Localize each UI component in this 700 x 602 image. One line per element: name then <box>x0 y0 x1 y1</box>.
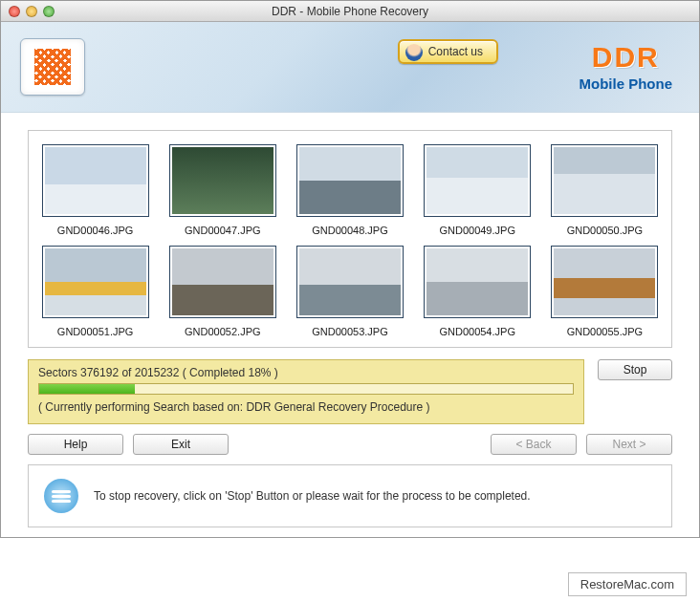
list-item[interactable]: GND00053.JPG <box>293 246 406 337</box>
app-logo <box>20 38 85 96</box>
contact-us-button[interactable]: Contact us <box>398 39 498 64</box>
thumbnail <box>296 246 404 318</box>
hint-text: To stop recovery, click on 'Stop' Button… <box>94 489 531 503</box>
filename-label: GND00055.JPG <box>567 326 643 337</box>
content-area: GND00046.JPG GND00047.JPG GND00048.JPG G… <box>1 113 699 537</box>
progress-status-label: ( Currently performing Search based on: … <box>38 400 574 414</box>
banner: Contact us DDR Mobile Phone <box>1 22 699 113</box>
window-title: DDR - Mobile Phone Recovery <box>1 5 699 18</box>
help-button[interactable]: Help <box>28 434 123 455</box>
list-item[interactable]: GND00052.JPG <box>165 246 279 337</box>
thumbnail-gallery: GND00046.JPG GND00047.JPG GND00048.JPG G… <box>28 130 672 348</box>
image-icon <box>554 147 655 214</box>
thumbnail <box>296 144 404 217</box>
person-icon <box>405 44 423 61</box>
contact-us-label: Contact us <box>428 45 483 58</box>
list-item[interactable]: GND00055.JPG <box>548 246 662 337</box>
back-button[interactable]: < Back <box>491 434 577 455</box>
thumbnail <box>42 246 149 318</box>
list-item[interactable]: GND00047.JPG <box>165 144 279 236</box>
thumbnail <box>424 246 531 318</box>
filename-label: GND00048.JPG <box>312 225 387 236</box>
filename-label: GND00049.JPG <box>439 225 514 236</box>
filename-label: GND00050.JPG <box>567 225 643 236</box>
progress-area: Sectors 376192 of 2015232 ( Completed 18… <box>28 359 672 424</box>
progress-panel: Sectors 376192 of 2015232 ( Completed 18… <box>28 359 584 424</box>
thumbnail <box>42 144 149 217</box>
exit-button[interactable]: Exit <box>133 434 229 455</box>
titlebar: DDR - Mobile Phone Recovery <box>1 1 699 22</box>
watermark-label: RestoreMac.com <box>568 572 687 596</box>
filename-label: GND00046.JPG <box>57 225 133 236</box>
brand: DDR Mobile Phone <box>580 41 673 92</box>
progress-bar <box>38 383 574 395</box>
sector-count-label: Sectors 376192 of 2015232 ( Completed 18… <box>38 366 574 379</box>
app-window: DDR - Mobile Phone Recovery Contact us D… <box>0 0 700 538</box>
thumbnail-grid: GND00046.JPG GND00047.JPG GND00048.JPG G… <box>38 144 662 337</box>
filename-label: GND00051.JPG <box>57 326 133 337</box>
thumbnail <box>169 144 276 217</box>
spacer <box>238 434 481 455</box>
brand-subtitle: Mobile Phone <box>580 75 673 92</box>
image-icon <box>45 248 146 315</box>
thumbnail <box>551 144 658 217</box>
list-item[interactable]: GND00046.JPG <box>38 144 152 236</box>
logo-icon <box>34 49 71 85</box>
thumbnail <box>169 246 276 318</box>
list-item[interactable]: GND00048.JPG <box>293 144 406 236</box>
image-icon <box>427 147 528 214</box>
info-icon <box>44 479 78 513</box>
list-item[interactable]: GND00050.JPG <box>548 144 662 236</box>
filename-label: GND00047.JPG <box>185 225 260 236</box>
image-icon <box>554 248 655 315</box>
next-button[interactable]: Next > <box>586 434 672 455</box>
image-icon <box>45 147 146 214</box>
nav-row: Help Exit < Back Next > <box>28 434 672 455</box>
thumbnail <box>551 246 658 318</box>
brand-title: DDR <box>580 41 673 74</box>
progress-bar-fill <box>39 384 135 394</box>
list-item[interactable]: GND00054.JPG <box>421 246 535 337</box>
image-icon <box>427 248 528 315</box>
list-item[interactable]: GND00051.JPG <box>38 246 152 337</box>
image-icon <box>299 147 401 214</box>
image-icon <box>299 248 401 315</box>
hint-panel: To stop recovery, click on 'Stop' Button… <box>28 464 672 527</box>
filename-label: GND00053.JPG <box>312 326 387 337</box>
image-icon <box>172 147 273 214</box>
image-icon <box>172 248 273 315</box>
filename-label: GND00054.JPG <box>439 326 514 337</box>
stop-button[interactable]: Stop <box>598 359 672 380</box>
filename-label: GND00052.JPG <box>185 326 260 337</box>
list-item[interactable]: GND00049.JPG <box>421 144 535 236</box>
thumbnail <box>424 144 531 217</box>
